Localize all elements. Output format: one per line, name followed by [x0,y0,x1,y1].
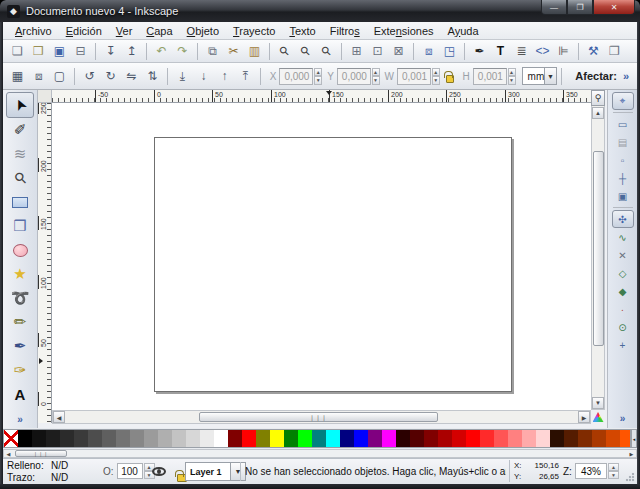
paste-icon[interactable]: ▥ [245,42,264,61]
x-field[interactable]: 0,000 [279,68,313,85]
rotate-ccw-icon[interactable]: ↺ [80,67,99,86]
layers-dialog-icon[interactable]: ≣ [512,42,531,61]
color-swatch[interactable] [480,430,494,447]
width-field[interactable]: 0,001 [397,68,431,85]
create-clone-icon[interactable]: ⊡ [368,42,387,61]
color-swatch[interactable] [340,430,354,447]
color-swatch[interactable] [186,430,200,447]
menu-ver[interactable]: Ver [109,23,140,39]
color-swatch[interactable] [172,430,186,447]
snap-rotation-centers-icon[interactable]: + [612,336,634,354]
lower-to-bottom-icon[interactable]: ⤓ [173,67,192,86]
color-swatch[interactable] [130,430,144,447]
horizontal-scrollbar[interactable]: ◀ ❘❘❘ ▶ [52,410,591,424]
menu-edición[interactable]: Edición [59,23,109,39]
units-dropdown-icon[interactable]: ▼ [545,67,556,85]
snap-path-intersections-icon[interactable]: ✕ [612,246,634,264]
color-swatch[interactable] [354,430,368,447]
scroll-down-icon[interactable]: ▼ [592,397,604,409]
new-document-icon[interactable]: ❏ [8,42,27,61]
flip-horizontal-icon[interactable]: ⇋ [122,67,141,86]
y-field-spinner[interactable]: ▲▼ [372,68,380,85]
import-icon[interactable]: ↧ [101,42,120,61]
color-swatch[interactable] [550,430,564,447]
snap-bbox-icon[interactable]: ▭ [612,115,634,133]
color-swatch[interactable] [74,430,88,447]
document-page[interactable] [154,137,512,392]
color-swatch[interactable] [452,430,466,447]
current-layer-name[interactable]: Layer 1 [185,462,231,481]
menu-objeto[interactable]: Objeto [180,23,226,39]
menu-trayecto[interactable]: Trayecto [226,23,282,39]
menu-archivo[interactable]: Archivo [8,23,59,39]
print-document-icon[interactable]: ⊟ [71,42,90,61]
horizontal-ruler[interactable]: -50050100150200250300350 [52,90,591,103]
sticky-zoom-button[interactable]: ⚲ [591,90,605,106]
tool-zoom[interactable]: ⚲ [6,166,34,190]
zoom-drawing-icon[interactable]: ⚲ [296,42,315,61]
open-document-icon[interactable]: ❒ [29,42,48,61]
tool-spiral[interactable]: ➰ [6,286,34,310]
tool-calligraphy[interactable]: ✑ [6,358,34,382]
raise-to-top-icon[interactable]: ⤒ [236,67,255,86]
flip-vertical-icon[interactable]: ⇅ [143,67,162,86]
scroll-up-icon[interactable]: ▲ [592,107,604,119]
color-swatch[interactable] [242,430,256,447]
color-swatch[interactable] [494,430,508,447]
color-swatch[interactable] [144,430,158,447]
opacity-field[interactable]: 100 [117,463,143,479]
export-icon[interactable]: ↥ [122,42,141,61]
zoom-page-icon[interactable]: ⚲ [317,42,336,61]
color-swatch[interactable] [32,430,46,447]
select-all-layers-icon[interactable]: ⧈ [29,67,48,86]
units-select[interactable]: mm [522,67,546,85]
color-swatch[interactable] [410,430,424,447]
menu-extensiones[interactable]: Extensiones [367,23,441,39]
vertical-ruler[interactable]: 250200150100500 [38,103,52,423]
redo-icon[interactable]: ↷ [173,42,192,61]
zoom-selection-icon[interactable]: ⚲ [275,42,294,61]
height-field-spinner[interactable]: ▲▼ [508,68,516,85]
unlink-clone-icon[interactable]: ⊠ [389,42,408,61]
snap-bbox-corners-icon[interactable]: ▫ [612,151,634,169]
color-swatch[interactable] [46,430,60,447]
color-swatch[interactable] [424,430,438,447]
canvas[interactable] [52,103,591,410]
snap-bbox-midpoints-icon[interactable]: ┼ [612,169,634,187]
color-swatch[interactable] [326,430,340,447]
menu-capa[interactable]: Capa [139,23,179,39]
color-swatch[interactable] [200,430,214,447]
lower-icon[interactable]: ↓ [194,67,213,86]
snap-cusp-nodes-icon[interactable]: ◇ [612,264,634,282]
maximize-button[interactable]: ❐ [567,0,593,15]
document-properties-icon[interactable]: ❐ [605,42,624,61]
palette-scroll-left-icon[interactable]: ◀ [4,450,13,457]
title-bar[interactable]: ◆ Documento nuevo 4 - Inkscape —❐✕ [0,0,640,22]
group-icon[interactable]: ⧈ [419,42,438,61]
no-color-swatch[interactable] [4,430,18,447]
preferences-icon[interactable]: ⚒ [584,42,603,61]
color-swatch[interactable] [298,430,312,447]
snap-paths-icon[interactable]: ∿ [612,228,634,246]
color-swatch[interactable] [60,430,74,447]
tool-star[interactable]: ★ [6,262,34,286]
save-document-icon[interactable]: ▣ [50,42,69,61]
lock-ratio-icon[interactable] [446,75,454,83]
tool-rectangle[interactable] [6,190,34,214]
minimize-button[interactable]: — [541,0,567,15]
menu-ayuda[interactable]: Ayuda [441,23,486,39]
snap-nodes-icon[interactable]: ✣ [612,210,634,228]
palette-scroll-right-icon[interactable]: ▶ [627,450,636,457]
color-swatch[interactable] [508,430,522,447]
menu-texto[interactable]: Texto [282,23,322,39]
color-swatch[interactable] [620,430,631,447]
tool-selector[interactable]: ➤ [6,92,34,118]
ungroup-icon[interactable]: ◳ [440,42,459,61]
snap-enable-icon[interactable]: ⌖ [612,92,634,110]
rotate-cw-icon[interactable]: ↻ [101,67,120,86]
tool-node-editor[interactable]: ✐ [6,118,34,142]
palette-scroll-thumb[interactable]: ❘❘❘ [15,450,67,457]
color-swatch[interactable] [214,430,228,447]
color-swatch[interactable] [102,430,116,447]
tool-tweak[interactable]: ≋ [6,142,34,166]
